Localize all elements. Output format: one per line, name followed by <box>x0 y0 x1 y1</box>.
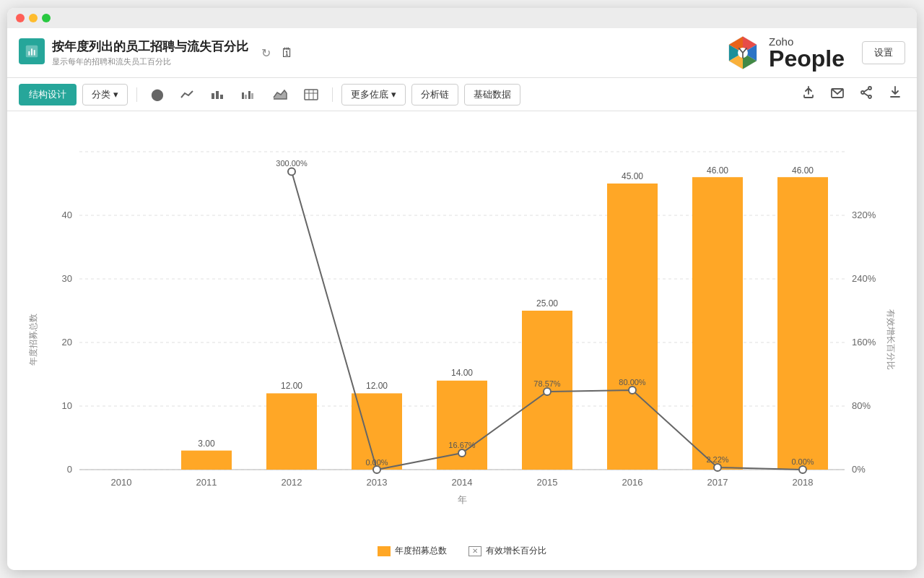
grouped-bar-btn[interactable] <box>235 85 261 104</box>
svg-text:2012: 2012 <box>282 477 302 488</box>
svg-text:年度招募总数: 年度招募总数 <box>28 314 38 366</box>
bar-2017 <box>692 177 743 470</box>
pie-chart-btn[interactable]: ⬤ <box>146 84 169 105</box>
svg-text:46.00: 46.00 <box>707 165 728 176</box>
close-dot[interactable] <box>16 14 25 22</box>
zoho-logo-icon <box>724 34 762 72</box>
svg-rect-9 <box>242 92 244 99</box>
people-label: People <box>769 47 845 70</box>
titlebar <box>7 8 917 28</box>
svg-text:12.00: 12.00 <box>366 381 388 391</box>
subtitle: 显示每年的招聘和流失员工百分比 <box>52 56 248 67</box>
header: 按年度列出的员工招聘与流失百分比 显示每年的招聘和流失员工百分比 ↻ 🗓 <box>7 28 917 78</box>
svg-text:80%: 80% <box>852 400 871 411</box>
bar-2011 <box>181 451 232 470</box>
point-2014 <box>458 449 466 457</box>
raw-data-button[interactable]: 基础数据 <box>464 84 520 105</box>
legend-line-label: 有效增长百分比 <box>486 545 546 557</box>
app-window: 按年度列出的员工招聘与流失百分比 显示每年的招聘和流失员工百分比 ↻ 🗓 <box>7 8 917 570</box>
svg-point-19 <box>861 91 864 94</box>
svg-rect-1 <box>28 51 30 56</box>
svg-text:2014: 2014 <box>452 477 473 488</box>
svg-rect-10 <box>245 95 247 99</box>
download-icon[interactable] <box>885 82 905 106</box>
bar-2012 <box>266 393 317 470</box>
svg-text:3.00: 3.00 <box>198 439 215 449</box>
bar-2016 <box>607 184 658 470</box>
legend-bar-label: 年度招募总数 <box>395 545 447 557</box>
chart-container: 0 10 20 30 40 0% 80% 160% 240% 320% 年度招募… <box>7 111 917 570</box>
export-icon[interactable] <box>798 82 819 106</box>
point-2018 <box>799 466 806 473</box>
svg-text:12.00: 12.00 <box>281 381 302 391</box>
calendar-icon[interactable]: 🗓 <box>281 46 294 61</box>
toolbar-right <box>798 82 905 106</box>
area-chart-btn[interactable] <box>267 85 293 104</box>
line-chart-btn[interactable] <box>175 85 199 104</box>
svg-text:320%: 320% <box>852 210 876 220</box>
point-2016 <box>629 387 636 394</box>
svg-text:0%: 0% <box>852 464 866 475</box>
separator1 <box>136 87 137 102</box>
point-2015 <box>544 388 551 395</box>
svg-rect-11 <box>248 91 250 99</box>
header-titles: 按年度列出的员工招聘与流失百分比 显示每年的招聘和流失员工百分比 <box>52 38 248 67</box>
report-icon <box>19 38 45 64</box>
minimize-dot[interactable] <box>29 14 38 22</box>
svg-rect-13 <box>305 90 318 100</box>
header-left: 按年度列出的员工招聘与流失百分比 显示每年的招聘和流失员工百分比 ↻ 🗓 <box>19 38 724 67</box>
svg-text:78.57%: 78.57% <box>533 379 561 388</box>
sort-button[interactable]: 分类 ▾ <box>82 84 128 105</box>
svg-text:2010: 2010 <box>111 477 132 488</box>
svg-text:0: 0 <box>67 464 72 475</box>
settings-button[interactable]: 设置 <box>862 41 905 64</box>
svg-text:40: 40 <box>62 210 72 220</box>
svg-text:240%: 240% <box>852 273 876 284</box>
svg-text:2015: 2015 <box>537 477 558 488</box>
point-2012 <box>288 168 295 176</box>
svg-text:2017: 2017 <box>707 477 728 488</box>
point-2017 <box>714 464 721 471</box>
svg-text:80.00%: 80.00% <box>619 378 646 387</box>
point-2013 <box>373 466 380 473</box>
svg-text:10: 10 <box>62 400 72 411</box>
svg-rect-8 <box>220 95 223 99</box>
svg-text:160%: 160% <box>852 337 876 348</box>
svg-rect-7 <box>216 91 219 99</box>
svg-line-21 <box>864 89 868 92</box>
maximize-dot[interactable] <box>42 14 51 22</box>
svg-text:14.00: 14.00 <box>451 368 473 378</box>
svg-text:2018: 2018 <box>793 477 814 488</box>
svg-text:0.00%: 0.00% <box>791 457 814 466</box>
bar-chart-btn[interactable] <box>205 85 230 104</box>
svg-text:2016: 2016 <box>622 477 643 488</box>
svg-text:46.00: 46.00 <box>792 165 814 176</box>
refresh-icon[interactable]: ↻ <box>261 46 271 60</box>
svg-rect-6 <box>212 93 214 99</box>
legend-bar-box <box>378 546 391 556</box>
svg-text:20: 20 <box>62 337 72 348</box>
toolbar: 结构设计 分类 ▾ ⬤ 更多佐底 ▾ 分析链 基础数据 <box>7 78 917 111</box>
design-button[interactable]: 结构设计 <box>19 84 77 105</box>
logo-area: Zoho People <box>724 34 845 72</box>
chart-legend: 年度招募总数 有效增长百分比 <box>22 545 902 557</box>
main-title: 按年度列出的员工招聘与流失百分比 <box>52 38 248 55</box>
legend-bar: 年度招募总数 <box>378 545 447 557</box>
svg-point-20 <box>868 95 871 98</box>
svg-text:45.00: 45.00 <box>622 171 643 181</box>
svg-text:有效增长百分比: 有效增长百分比 <box>886 309 896 370</box>
more-options-button[interactable]: 更多佐底 ▾ <box>341 84 406 105</box>
share-icon[interactable] <box>856 82 876 106</box>
svg-text:16.67%: 16.67% <box>448 441 476 449</box>
share-button[interactable]: 分析链 <box>411 84 458 105</box>
legend-line-box <box>468 546 481 556</box>
table-chart-btn[interactable] <box>299 85 323 104</box>
svg-text:年: 年 <box>458 494 467 505</box>
main-chart-svg: 0 10 20 30 40 0% 80% 160% 240% 320% 年度招募… <box>22 123 902 542</box>
svg-text:2011: 2011 <box>196 477 217 488</box>
chart-area: 0 10 20 30 40 0% 80% 160% 240% 320% 年度招募… <box>22 123 902 542</box>
mail-icon[interactable] <box>827 82 847 106</box>
svg-text:2013: 2013 <box>367 477 388 488</box>
svg-text:300.00%: 300.00% <box>276 159 308 168</box>
svg-text:25.00: 25.00 <box>536 298 558 309</box>
